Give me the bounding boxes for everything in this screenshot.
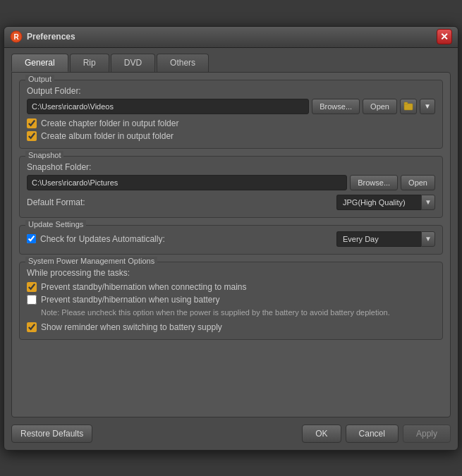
update-check-label: Check for Updates Automatically:: [40, 234, 332, 244]
preferences-window: R Preferences ✕ General Rip DVD Others O…: [4, 26, 458, 451]
format-select: JPG(High Quality) ▼: [336, 195, 435, 210]
tab-rip[interactable]: Rip: [70, 54, 109, 72]
output-folder-icon-btn[interactable]: [400, 99, 417, 114]
update-check-row: Check for Updates Automatically: Every D…: [27, 231, 435, 247]
snapshot-folder-label: Snapshot Folder:: [27, 162, 435, 172]
while-label: While processing the tasks:: [27, 268, 435, 278]
frequency-select: Every Day ▼: [336, 231, 435, 247]
output-folder-label: Output Folder:: [27, 86, 435, 96]
snapshot-group: Snapshot Snapshot Folder: Browse... Open…: [19, 156, 443, 218]
output-group-title: Output: [25, 75, 54, 83]
close-button[interactable]: ✕: [437, 29, 452, 44]
mains-label: Prevent standby/hibernation when connect…: [41, 282, 247, 292]
output-group: Output Output Folder: Browse... Open ▼: [19, 80, 443, 149]
apply-button[interactable]: Apply: [403, 425, 451, 443]
title-bar: R Preferences ✕: [4, 27, 458, 48]
album-folder-label: Create album folder in output folder: [41, 131, 174, 141]
album-folder-checkbox[interactable]: [27, 131, 37, 141]
reminder-label: Show reminder when switching to battery …: [41, 322, 222, 332]
chapter-folder-checkbox-row: Create chapter folder in output folder: [27, 118, 435, 128]
snapshot-browse-button[interactable]: Browse...: [350, 175, 398, 190]
tab-bar: General Rip DVD Others: [11, 54, 451, 72]
snapshot-folder-input[interactable]: [27, 175, 347, 190]
snapshot-folder-row: Browse... Open: [27, 175, 435, 190]
format-label: Default Format:: [27, 197, 85, 207]
format-row: Default Format: JPG(High Quality) ▼: [27, 195, 435, 210]
reminder-checkbox[interactable]: [27, 322, 37, 332]
output-folder-row: Browse... Open ▼: [27, 99, 435, 114]
chapter-folder-label: Create chapter folder in output folder: [41, 118, 178, 128]
battery-checkbox[interactable]: [27, 295, 37, 305]
update-group: Update Settings Check for Updates Automa…: [19, 225, 443, 255]
battery-checkbox-row: Prevent standby/hibernation when using b…: [27, 295, 435, 305]
mains-checkbox[interactable]: [27, 282, 37, 292]
svg-rect-2: [404, 104, 413, 110]
snapshot-group-title: Snapshot: [25, 151, 63, 159]
window-title: Preferences: [27, 32, 437, 42]
reminder-checkbox-row: Show reminder when switching to battery …: [27, 322, 435, 332]
tab-content-general: Output Output Folder: Browse... Open ▼: [11, 72, 451, 417]
power-group-title: System Power Management Options: [25, 257, 157, 265]
frequency-dropdown-arrow[interactable]: ▼: [421, 231, 435, 247]
tab-dvd[interactable]: DVD: [111, 54, 155, 72]
output-dropdown-btn[interactable]: ▼: [420, 99, 435, 114]
snapshot-open-button[interactable]: Open: [401, 175, 435, 190]
frequency-value[interactable]: Every Day: [336, 231, 421, 247]
restore-defaults-button[interactable]: Restore Defaults: [11, 425, 92, 443]
svg-text:R: R: [13, 33, 19, 41]
tab-general[interactable]: General: [11, 54, 68, 72]
format-dropdown-arrow[interactable]: ▼: [421, 195, 435, 210]
battery-note: Note: Please uncheck this option when th…: [41, 307, 435, 318]
svg-rect-3: [404, 102, 408, 104]
album-folder-checkbox-row: Create album folder in output folder: [27, 131, 435, 141]
window-content: General Rip DVD Others Output Output Fol…: [4, 48, 458, 450]
output-browse-button[interactable]: Browse...: [312, 99, 360, 114]
power-group: System Power Management Options While pr…: [19, 262, 443, 340]
update-group-title: Update Settings: [25, 220, 86, 228]
mains-checkbox-row: Prevent standby/hibernation when connect…: [27, 282, 435, 292]
ok-button[interactable]: OK: [302, 425, 341, 443]
update-check-checkbox[interactable]: [27, 234, 36, 243]
app-icon: R: [10, 30, 23, 43]
battery-label: Prevent standby/hibernation when using b…: [41, 295, 220, 305]
output-open-button[interactable]: Open: [363, 99, 397, 114]
chapter-folder-checkbox[interactable]: [27, 118, 37, 128]
tab-others[interactable]: Others: [157, 54, 209, 72]
cancel-button[interactable]: Cancel: [346, 425, 399, 443]
folder-icon: [403, 102, 413, 111]
format-value[interactable]: JPG(High Quality): [336, 195, 421, 210]
footer: Restore Defaults OK Cancel Apply: [11, 425, 451, 443]
output-folder-input[interactable]: [27, 99, 309, 114]
